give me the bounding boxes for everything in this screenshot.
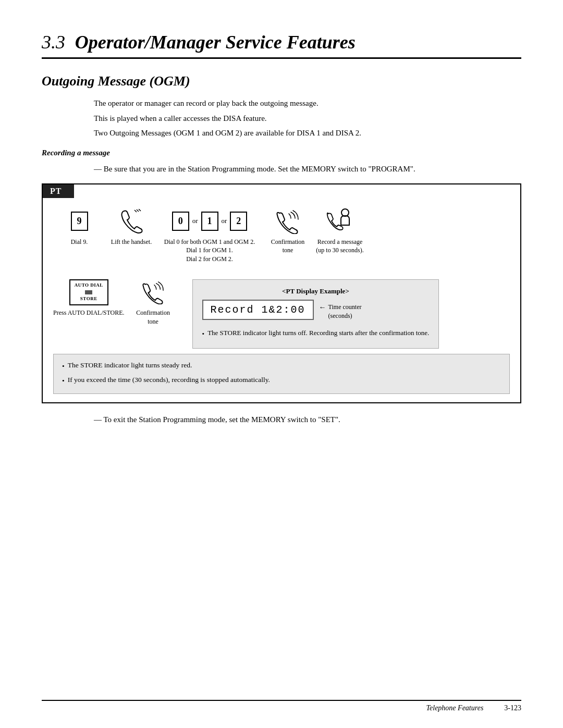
step6-icon: AUTO DIAL STORE [69,279,108,305]
chapter-title-spacer [67,42,73,50]
display-note-text: The STORE indicator light turns off. Rec… [207,328,429,338]
chapter-title: Operator/Manager Service Features [75,32,356,53]
instruction-text: — Be sure that you are in the Station Pr… [94,163,521,175]
bullet-dot-2: • [62,375,65,387]
bottom-row: AUTO DIAL STORE Press AUTO DIAL/STORE. [53,279,510,349]
step7-icon [142,279,164,305]
intro-line-2: This is played when a caller accesses th… [94,113,521,125]
screen-row: Record 1&2:00 ← Time counter (seconds) [202,300,430,323]
step3-label-2: Dial 1 for OGM 1. [186,246,233,255]
chapter-header: 3.3 Operator/Manager Service Features [42,31,521,59]
arrow-icon: ← [319,303,326,312]
intro-line-3: Two Outgoing Messages (OGM 1 and OGM 2) … [94,127,521,139]
pt-label: PT [43,184,74,198]
handset-icon [120,209,143,234]
key-9: 9 [71,212,88,231]
step2-label: Lift the handset. [111,238,152,246]
pt-display-area: <PT Display Example> Record 1&2:00 ← Tim… [192,279,439,349]
key-2: 2 [230,212,247,231]
bottom-note-2: • If you exceed the time (30 seconds), r… [62,374,501,387]
step1-icon: 9 [71,208,88,235]
step7-confirmation: Confirmation tone [125,279,182,326]
or-text-2: or [222,216,227,226]
confirmation-tone-icon-2 [142,280,164,304]
footer-left-text: Telephone Features [426,704,484,712]
svg-line-0 [134,210,137,212]
bottom-notes-box: • The STORE indicator light turns steady… [53,354,510,394]
annotation-line: ← Time counter [319,303,362,312]
icon-row-top: 9 Dial 9. [53,208,510,264]
bottom-note-text-1: The STORE indicator light turns steady r… [68,360,192,371]
intro-line-1: The operator or manager can record or pl… [94,97,521,109]
step4-label-2: tone [283,246,293,255]
footer-page-number: 3-123 [504,704,521,712]
bottom-note-text-2: If you exceed the time (30 seconds), rec… [68,374,270,386]
step5-label-2: (up to 30 seconds). [316,246,363,255]
auto-dial-indicator [85,290,92,294]
pt-display-screen: Record 1&2:00 [202,300,314,320]
section-title: Outgoing Message (OGM) [42,73,521,89]
chapter-number: 3.3 [42,32,65,53]
step4-confirmation: Confirmation tone [262,208,314,255]
step5-icon [326,208,353,235]
page-container: 3.3 Operator/Manager Service Features Ou… [0,0,563,728]
svg-line-2 [139,209,141,211]
auto-dial-button: AUTO DIAL STORE [69,279,108,305]
time-counter-line2: (seconds) [319,312,362,320]
step5-label-1: Record a message [317,238,363,246]
step3-label-3: Dial 2 for OGM 2. [186,255,233,264]
exit-note: — To exit the Station Programming mode, … [94,414,521,426]
step4-label-1: Confirmation [271,238,305,246]
step3-icon: 0 or 1 or 2 [172,208,248,235]
step2-handset: Lift the handset. [105,208,157,246]
step3-label-1: Dial 0 for both OGM 1 and OGM 2. [164,238,255,246]
time-counter-line1: Time counter [328,303,362,312]
bullet-dot: • [202,329,205,339]
bullet-dot-1: • [62,361,65,372]
confirmation-tone-icon-1 [276,209,299,234]
diagram-inner: 9 Dial 9. [43,198,520,403]
svg-point-3 [341,209,349,216]
key-1: 1 [201,212,218,231]
bottom-note-1: • The STORE indicator light turns steady… [62,360,501,372]
step7-label-2: tone [148,317,158,326]
diagram-box: PT 9 Dial 9. [42,183,521,404]
step1-dial9: 9 Dial 9. [53,208,105,246]
step7-label-1: Confirmation [136,309,170,317]
sub-heading: Recording a message [42,149,521,157]
step4-icon [276,208,299,235]
step5-record: Record a message (up to 30 seconds). [314,208,366,255]
pt-display-label: <PT Display Example> [202,287,430,295]
page-footer: Telephone Features 3-123 [42,700,521,712]
step2-icon [120,208,143,235]
step1-label: Dial 9. [71,238,88,246]
display-note-bullet: • The STORE indicator light turns off. R… [202,328,430,339]
or-text-1: or [192,216,198,226]
svg-line-1 [137,209,139,212]
step3-dial: 0 or 1 or 2 Dial 0 for both OGM 1 and OG… [157,208,262,264]
step6-autodial: AUTO DIAL STORE Press AUTO DIAL/STORE. [53,279,125,317]
key-0: 0 [172,212,189,231]
pt-display-note: • The STORE indicator light turns off. R… [202,328,430,339]
record-person-icon [326,208,353,235]
dial-row: 0 or 1 or 2 [172,212,248,231]
time-counter-annotation: ← Time counter (seconds) [319,303,362,320]
step6-label: Press AUTO DIAL/STORE. [53,309,125,317]
